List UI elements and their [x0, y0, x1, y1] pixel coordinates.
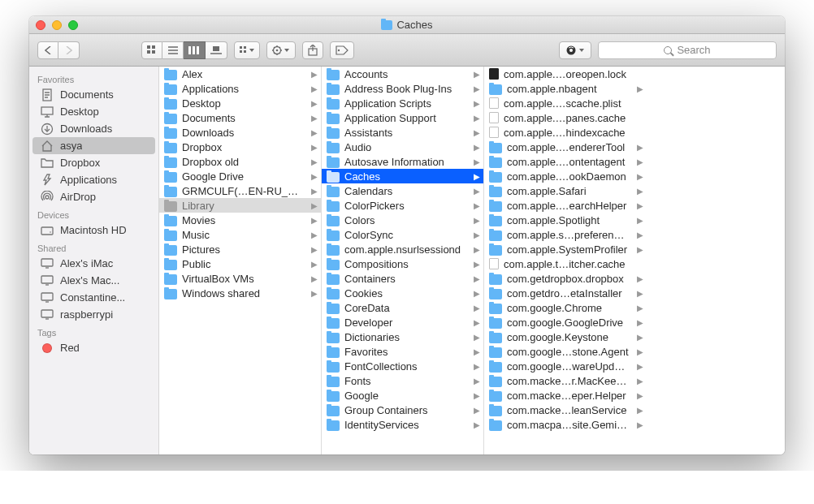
sidebar-item-red[interactable]: Red	[32, 339, 155, 356]
sidebar-item-asya[interactable]: asya	[32, 137, 155, 154]
sidebar-item-desktop[interactable]: Desktop	[32, 103, 155, 120]
list-row[interactable]: Music▶	[159, 227, 321, 242]
list-row[interactable]: com.getdro…etaInstaller▶	[484, 286, 647, 300]
list-row[interactable]: com.macke…r.MacKeeper▶	[484, 373, 647, 388]
list-row[interactable]: com.apple.…hindexcache	[484, 125, 647, 140]
list-row[interactable]: Movies▶	[159, 213, 321, 227]
sidebar-item-alex-s-mac-[interactable]: Alex's Mac...	[32, 272, 155, 289]
list-row[interactable]: com.apple.Spotlight▶	[484, 213, 647, 227]
list-row[interactable]: Developer▶	[322, 315, 483, 330]
list-row[interactable]: Downloads▶	[159, 125, 321, 140]
list-row[interactable]: com.apple.…panes.cache	[484, 110, 647, 125]
list-row[interactable]: Containers▶	[322, 271, 483, 286]
list-row[interactable]: com.apple.nbagent▶	[484, 81, 647, 96]
list-row[interactable]: com.google.GoogleDrive▶	[484, 315, 647, 330]
list-row[interactable]: Desktop▶	[159, 96, 321, 110]
list-row[interactable]: com.getdropbox.dropbox▶	[484, 271, 647, 286]
titlebar[interactable]: Caches	[29, 16, 785, 34]
sidebar-item-macintosh-hd[interactable]: Macintosh HD	[32, 222, 155, 239]
list-row[interactable]: com.apple.SystemProfiler▶	[484, 242, 647, 256]
list-row[interactable]: com.apple.Safari▶	[484, 183, 647, 198]
close-icon[interactable]	[36, 20, 45, 30]
list-row[interactable]: IdentityServices▶	[322, 417, 483, 432]
sidebar-item-alex-s-imac[interactable]: Alex's iMac	[32, 255, 155, 272]
list-row[interactable]: Application Scripts▶	[322, 96, 483, 110]
list-row[interactable]: Accounts▶	[322, 67, 483, 81]
list-row[interactable]: Google▶	[322, 388, 483, 403]
list-row[interactable]: com.apple.…ookDaemon▶	[484, 169, 647, 183]
list-row[interactable]: com.apple.…endererTool▶	[484, 140, 647, 154]
minimize-icon[interactable]	[52, 20, 62, 30]
list-row[interactable]: Documents▶	[159, 110, 321, 125]
list-row[interactable]: Autosave Information▶	[322, 154, 483, 169]
column-view-button[interactable]	[184, 41, 206, 59]
list-row[interactable]: Dictionaries▶	[322, 330, 483, 344]
sidebar-item-documents[interactable]: Documents	[32, 86, 155, 103]
list-row[interactable]: Audio▶	[322, 140, 483, 154]
sidebar-item-applications[interactable]: Applications	[32, 171, 155, 188]
list-view-button[interactable]	[162, 41, 184, 59]
list-row[interactable]: com.apple.…earchHelper▶	[484, 198, 647, 213]
list-row[interactable]: Dropbox old▶	[159, 154, 321, 169]
chevron-right-icon: ▶	[311, 201, 318, 210]
list-row[interactable]: Compositions▶	[322, 256, 483, 271]
list-row[interactable]: com.macpa…site.Gemini2▶	[484, 417, 647, 432]
sidebar-item-downloads[interactable]: Downloads	[32, 120, 155, 137]
search-input[interactable]: Search	[598, 41, 777, 59]
list-row[interactable]: Assistants▶	[322, 125, 483, 140]
list-row[interactable]: Applications▶	[159, 81, 321, 96]
list-row[interactable]: Favorites▶	[322, 344, 483, 359]
list-row[interactable]: Public▶	[159, 256, 321, 271]
forward-button[interactable]	[58, 41, 80, 59]
list-row[interactable]: com.macke…eper.Helper▶	[484, 388, 647, 403]
list-row[interactable]: Google Drive▶	[159, 169, 321, 183]
arrange-button[interactable]	[234, 41, 260, 59]
dropbox-button[interactable]	[559, 41, 591, 59]
column[interactable]: com.apple.…oreopen.lockcom.apple.nbagent…	[484, 67, 647, 454]
list-row[interactable]: Windows shared▶	[159, 286, 321, 300]
list-row[interactable]: com.apple.…oreopen.lock	[484, 67, 647, 81]
column[interactable]: Accounts▶Address Book Plug-Ins▶Applicati…	[322, 67, 484, 454]
list-row[interactable]: Group Containers▶	[322, 403, 483, 417]
back-button[interactable]	[37, 41, 58, 59]
sidebar-item-dropbox[interactable]: Dropbox	[32, 154, 155, 171]
column[interactable]: Alex▶Applications▶Desktop▶Documents▶Down…	[159, 67, 322, 454]
list-row[interactable]: Library▶	[159, 198, 321, 213]
list-row[interactable]: com.macke…leanService▶	[484, 403, 647, 417]
list-row[interactable]: Application Support▶	[322, 110, 483, 125]
sidebar-item-constantine-[interactable]: Constantine...	[32, 289, 155, 306]
action-button[interactable]	[266, 41, 296, 59]
list-row[interactable]: com.google.Chrome▶	[484, 300, 647, 315]
list-row[interactable]: FontCollections▶	[322, 359, 483, 373]
list-row[interactable]: com.apple.nsurlsessiond▶	[322, 242, 483, 256]
list-row[interactable]: com.apple.t…itcher.cache	[484, 256, 647, 271]
coverflow-view-button[interactable]	[206, 41, 227, 59]
share-button[interactable]	[302, 41, 323, 59]
list-row[interactable]: Fonts▶	[322, 373, 483, 388]
sidebar-item-raspberrypi[interactable]: raspberrypi	[32, 306, 155, 323]
list-row[interactable]: CoreData▶	[322, 300, 483, 315]
list-row[interactable]: ColorSync▶	[322, 227, 483, 242]
list-row[interactable]: ColorPickers▶	[322, 198, 483, 213]
list-row[interactable]: Colors▶	[322, 213, 483, 227]
list-row[interactable]: Alex▶	[159, 67, 321, 81]
list-row[interactable]: com.apple.…scache.plist	[484, 96, 647, 110]
list-row[interactable]: VirtualBox VMs▶	[159, 271, 321, 286]
sidebar-item-airdrop[interactable]: AirDrop	[32, 188, 155, 205]
icon-view-button[interactable]	[141, 41, 162, 59]
list-row[interactable]: com.apple.…ontentagent▶	[484, 154, 647, 169]
list-row[interactable]: com.google.Keystone▶	[484, 330, 647, 344]
list-row[interactable]: Dropbox▶	[159, 140, 321, 154]
list-row[interactable]: com.google…stone.Agent▶	[484, 344, 647, 359]
tags-button[interactable]	[330, 41, 354, 59]
list-row[interactable]: com.apple.s…preferences▶	[484, 227, 647, 242]
list-row[interactable]: Address Book Plug-Ins▶	[322, 81, 483, 96]
list-row[interactable]: Calendars▶	[322, 183, 483, 198]
list-row[interactable]: GRMCULF(…EN-RU_DVD▶	[159, 183, 321, 198]
list-row[interactable]: Cookies▶	[322, 286, 483, 300]
list-row[interactable]: com.google…wareUpdate▶	[484, 359, 647, 373]
sidebar[interactable]: FavoritesDocumentsDesktopDownloadsasyaDr…	[29, 67, 159, 454]
list-row[interactable]: Caches▶	[322, 169, 483, 183]
list-row[interactable]: Pictures▶	[159, 242, 321, 256]
zoom-icon[interactable]	[68, 20, 78, 30]
